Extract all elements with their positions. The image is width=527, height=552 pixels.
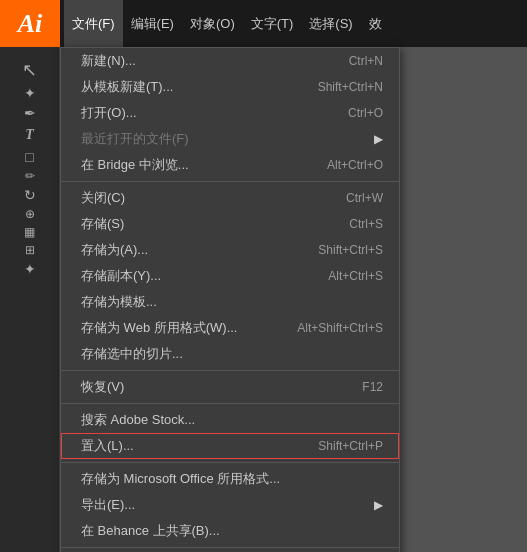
menu-item-export[interactable]: 导出(E)... ▶ — [61, 492, 399, 518]
tool-pencil[interactable]: ✏ — [0, 169, 59, 183]
tool-eyedrop[interactable]: ✦ — [0, 261, 59, 277]
menu-item-save-template[interactable]: 存储为模板... — [61, 289, 399, 315]
menu-select[interactable]: 选择(S) — [301, 0, 360, 47]
menu-item-browse[interactable]: 在 Bridge 中浏览... Alt+Ctrl+O — [61, 152, 399, 178]
menu-edit[interactable]: 编辑(E) — [123, 0, 182, 47]
left-toolbar: ↖ ✦ ✒ T □ ✏ ↻ ⊕ ▦ ⊞ ✦ — [0, 47, 60, 552]
tool-direct[interactable]: ✦ — [0, 85, 59, 101]
menu-item-save[interactable]: 存储(S) Ctrl+S — [61, 211, 399, 237]
separator-3 — [61, 403, 399, 404]
menu-effect[interactable]: 效 — [361, 0, 390, 47]
menu-item-recent[interactable]: 最近打开的文件(F) ▶ — [61, 126, 399, 152]
menu-item-save-slices[interactable]: 存储选中的切片... — [61, 341, 399, 367]
menu-item-close[interactable]: 关闭(C) Ctrl+W — [61, 185, 399, 211]
menu-text[interactable]: 文字(T) — [243, 0, 302, 47]
separator-1 — [61, 181, 399, 182]
tool-rotate[interactable]: ↻ — [0, 187, 59, 203]
menu-item-revert[interactable]: 恢复(V) F12 — [61, 374, 399, 400]
menu-item-save-copy[interactable]: 存储副本(Y)... Alt+Ctrl+S — [61, 263, 399, 289]
tool-text[interactable]: T — [0, 127, 59, 143]
menu-item-save-as[interactable]: 存储为(A)... Shift+Ctrl+S — [61, 237, 399, 263]
tool-blend[interactable]: ⊕ — [0, 207, 59, 221]
tool-rect[interactable]: □ — [0, 149, 59, 165]
separator-5 — [61, 547, 399, 548]
menu-file[interactable]: 文件(F) — [64, 0, 123, 47]
tool-mesh[interactable]: ⊞ — [0, 243, 59, 257]
ai-logo: Ai — [0, 0, 60, 47]
menu-item-place[interactable]: 置入(L)... Shift+Ctrl+P — [61, 433, 399, 459]
menu-object[interactable]: 对象(O) — [182, 0, 243, 47]
file-dropdown-menu: 新建(N)... Ctrl+N 从模板新建(T)... Shift+Ctrl+N… — [60, 47, 400, 552]
menu-item-save-web[interactable]: 存储为 Web 所用格式(W)... Alt+Shift+Ctrl+S — [61, 315, 399, 341]
menu-item-share-behance[interactable]: 在 Behance 上共享(B)... — [61, 518, 399, 544]
menu-item-new[interactable]: 新建(N)... Ctrl+N — [61, 48, 399, 74]
menu-item-new-template[interactable]: 从模板新建(T)... Shift+Ctrl+N — [61, 74, 399, 100]
tool-graph[interactable]: ▦ — [0, 225, 59, 239]
separator-4 — [61, 462, 399, 463]
separator-2 — [61, 370, 399, 371]
menu-item-open[interactable]: 打开(O)... Ctrl+O — [61, 100, 399, 126]
menu-item-search-stock[interactable]: 搜索 Adobe Stock... — [61, 407, 399, 433]
menu-item-save-ms[interactable]: 存储为 Microsoft Office 所用格式... — [61, 466, 399, 492]
title-bar: Ai 文件(F) 编辑(E) 对象(O) 文字(T) 选择(S) 效 — [0, 0, 527, 47]
tool-select[interactable]: ↖ — [0, 59, 59, 81]
menu-bar: 文件(F) 编辑(E) 对象(O) 文字(T) 选择(S) 效 — [60, 0, 390, 47]
tool-pen[interactable]: ✒ — [0, 105, 59, 121]
